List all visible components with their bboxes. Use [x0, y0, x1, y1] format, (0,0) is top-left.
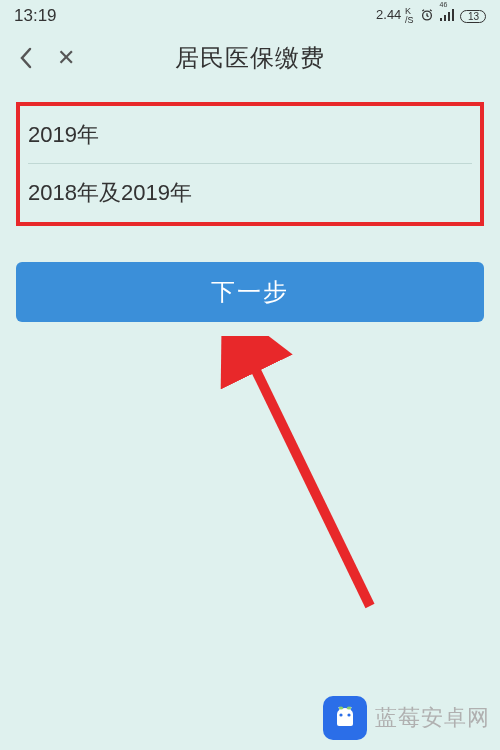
option-label: 2018年及2019年 — [28, 178, 192, 208]
back-button[interactable] — [12, 44, 40, 72]
page-title: 居民医保缴费 — [175, 42, 325, 74]
watermark-logo-icon — [323, 696, 367, 740]
svg-point-4 — [347, 713, 350, 716]
status-time: 13:19 — [14, 6, 57, 26]
status-bar: 13:19 2.44 K /S 46 — [0, 0, 500, 32]
signal-icon: 46 — [440, 9, 455, 24]
alarm-icon — [420, 8, 434, 25]
watermark-text: 蓝莓安卓网 — [375, 703, 490, 733]
content: 2019年 2018年及2019年 下一步 — [0, 84, 500, 322]
network-speed: 2.44 K /S — [376, 7, 413, 25]
svg-point-7 — [339, 706, 343, 709]
svg-line-2 — [248, 354, 370, 606]
nav-bar: ✕ 居民医保缴费 — [0, 32, 500, 84]
year-option-box: 2019年 2018年及2019年 — [16, 102, 484, 226]
watermark: 蓝莓安卓网 — [323, 696, 490, 740]
svg-point-8 — [347, 706, 351, 709]
option-2018-2019[interactable]: 2018年及2019年 — [28, 164, 472, 222]
annotation-arrow-icon — [200, 336, 400, 616]
option-label: 2019年 — [28, 120, 99, 150]
battery-icon: 13 — [460, 10, 486, 23]
next-button[interactable]: 下一步 — [16, 262, 484, 322]
status-right: 2.44 K /S 46 13 — [376, 7, 486, 25]
svg-point-3 — [339, 713, 342, 716]
close-button[interactable]: ✕ — [52, 44, 80, 72]
option-2019[interactable]: 2019年 — [28, 106, 472, 164]
